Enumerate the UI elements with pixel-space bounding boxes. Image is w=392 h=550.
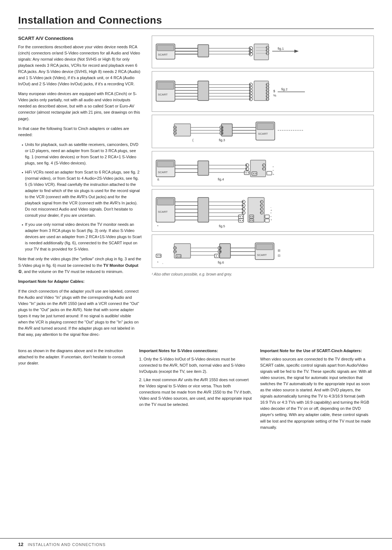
bullet-dot-3: •	[22, 222, 23, 252]
bullet-item-1: • Units for playback, such as satellite …	[22, 142, 142, 166]
bullet-item-3: • If you use only normal video devices t…	[22, 221, 142, 252]
svg-rect-89	[174, 124, 191, 136]
svg-text:fig.6: fig.6	[218, 261, 224, 264]
svg-rect-124	[267, 171, 272, 175]
right-column: SCART	[152, 36, 374, 341]
scart-para3: In that case the following Scart to Cinc…	[18, 126, 142, 138]
bottom-col-left: tions as shown in the diagrams above and…	[18, 348, 132, 433]
important-adapter-title: Important Note for Adapter Cables:	[18, 278, 142, 285]
svg-point-55	[249, 98, 251, 100]
important-adapter-text: If the cinch connectors of the adapter y…	[18, 288, 142, 338]
svg-point-173	[250, 220, 252, 221]
svg-text:fig.4: fig.4	[218, 178, 224, 181]
left-column: SCART A/V Connections For the connection…	[18, 36, 142, 341]
bullet-item-2: • HiFi VCRs need an adapter from Scart t…	[22, 169, 142, 219]
svg-point-171	[252, 216, 253, 217]
scart-section-title: SCART A/V Connections	[18, 36, 142, 41]
svg-point-83	[221, 130, 223, 131]
diagram-fig3: SCART	[152, 115, 374, 148]
svg-rect-139	[198, 197, 209, 222]
svg-point-196	[216, 256, 217, 257]
svideo-para1: 1. Only the S-Video In/Out of S-Video de…	[139, 356, 253, 375]
footnote: ¹ Also other colours possible, e.g. brow…	[152, 272, 374, 276]
diagram-fig3-svg: SCART	[154, 117, 310, 146]
svg-point-205	[175, 251, 176, 252]
svg-point-149	[242, 205, 244, 206]
svg-point-151	[242, 208, 244, 210]
svg-text:-: -	[270, 205, 271, 209]
svg-point-51	[249, 93, 251, 94]
svg-text:+: +	[273, 173, 274, 176]
svg-rect-74	[257, 123, 274, 130]
bullet-dot-2: •	[22, 170, 23, 219]
svg-point-155	[240, 216, 241, 217]
diagram-fig1: SCART	[152, 36, 374, 68]
svg-point-11	[249, 48, 251, 49]
svg-text:SCART: SCART	[258, 132, 268, 135]
diagram-fig6-svg: SCART	[154, 236, 310, 265]
svg-point-62	[266, 90, 268, 91]
svg-text:*: *	[273, 166, 274, 169]
page-title: Installation and Connections	[18, 15, 374, 26]
svg-point-53	[249, 95, 251, 97]
svg-point-158	[240, 220, 241, 221]
svg-point-60	[266, 87, 268, 88]
svg-point-45	[249, 84, 251, 85]
svg-point-203	[175, 248, 176, 249]
svg-point-110	[246, 164, 247, 166]
svg-point-162	[261, 201, 262, 203]
svg-point-208	[180, 256, 181, 257]
svg-rect-29	[157, 82, 174, 89]
svg-text:(: (	[192, 138, 193, 142]
svg-point-13	[249, 50, 251, 52]
diagram-fig2-svg: SCART	[154, 73, 310, 109]
svg-text:*: *	[157, 224, 159, 228]
svg-point-115	[248, 172, 249, 174]
svg-text:fig.3: fig.3	[219, 138, 225, 142]
svg-rect-160	[248, 197, 264, 222]
diagram-fig4: SCART	[152, 151, 374, 186]
svg-point-95	[175, 133, 176, 134]
diagram-fig5-svg: SCART	[154, 191, 310, 229]
svg-point-23	[266, 50, 268, 51]
svg-point-122	[253, 173, 254, 174]
svg-point-47	[249, 87, 251, 88]
svg-point-168	[261, 212, 262, 213]
svg-point-68	[266, 99, 268, 100]
diagrams-container: SCART	[152, 36, 374, 276]
svg-point-91	[175, 127, 176, 128]
page: Installation and Connections SCART A/V C…	[0, 0, 392, 550]
svg-point-93	[175, 130, 176, 131]
svg-text:&: &	[157, 178, 159, 181]
svg-text:⊟: ⊟	[278, 254, 281, 257]
svg-text:*: *	[270, 212, 271, 215]
svg-text:$: $	[273, 89, 275, 93]
svg-rect-181	[265, 219, 269, 222]
svg-rect-185	[256, 244, 273, 250]
svg-point-207	[177, 256, 179, 257]
svg-rect-100	[157, 161, 174, 167]
svg-text:%: %	[273, 94, 276, 97]
svg-point-174	[252, 220, 253, 221]
svg-point-194	[220, 251, 221, 252]
diagram-fig2: SCART	[152, 71, 374, 112]
diagram-fig5: SCART	[152, 189, 374, 232]
svg-point-170	[250, 216, 252, 217]
svg-rect-1	[157, 45, 174, 51]
svg-text:SCART: SCART	[257, 253, 267, 257]
bullet-list: • Units for playback, such as satellite …	[22, 142, 142, 253]
svg-point-147	[242, 201, 244, 203]
footer-number: 12	[18, 542, 23, 547]
content-area: SCART A/V Connections For the connection…	[18, 36, 374, 341]
svg-point-25	[266, 53, 268, 54]
svg-point-81	[221, 127, 223, 128]
svg-point-192	[220, 247, 221, 249]
svg-point-164	[261, 205, 262, 206]
scart-cinch-text: When video sources are connected to the …	[260, 356, 374, 431]
bottom-col-middle: Important Notes for S-Video connections:…	[139, 348, 253, 433]
svg-point-49	[249, 90, 251, 91]
svg-text:SCART: SCART	[158, 93, 168, 96]
title-divider	[18, 28, 374, 29]
diagram-fig4-svg: SCART	[154, 153, 310, 184]
svg-text:SCART: SCART	[158, 210, 168, 213]
